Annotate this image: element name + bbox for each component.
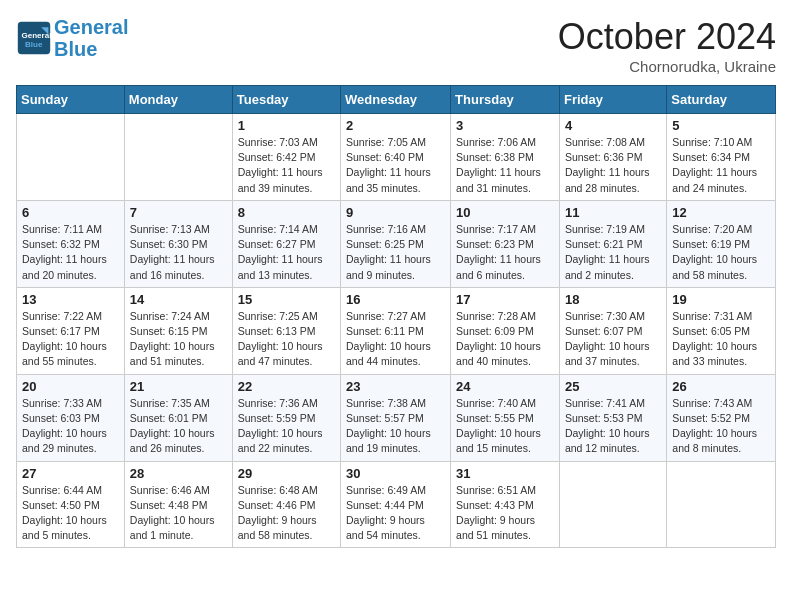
day-number: 22: [238, 379, 335, 394]
day-info: Sunrise: 7:10 AMSunset: 6:34 PMDaylight:…: [672, 135, 770, 196]
day-number: 17: [456, 292, 554, 307]
day-info: Sunrise: 7:36 AMSunset: 5:59 PMDaylight:…: [238, 396, 335, 457]
day-cell: 2Sunrise: 7:05 AMSunset: 6:40 PMDaylight…: [341, 114, 451, 201]
calendar-table: SundayMondayTuesdayWednesdayThursdayFrid…: [16, 85, 776, 548]
day-info: Sunrise: 7:41 AMSunset: 5:53 PMDaylight:…: [565, 396, 661, 457]
day-info: Sunrise: 7:27 AMSunset: 6:11 PMDaylight:…: [346, 309, 445, 370]
day-cell: 12Sunrise: 7:20 AMSunset: 6:19 PMDayligh…: [667, 200, 776, 287]
day-info: Sunrise: 6:48 AMSunset: 4:46 PMDaylight:…: [238, 483, 335, 544]
day-cell: 31Sunrise: 6:51 AMSunset: 4:43 PMDayligh…: [451, 461, 560, 548]
day-cell: 30Sunrise: 6:49 AMSunset: 4:44 PMDayligh…: [341, 461, 451, 548]
day-cell: 5Sunrise: 7:10 AMSunset: 6:34 PMDaylight…: [667, 114, 776, 201]
day-cell: [17, 114, 125, 201]
day-info: Sunrise: 7:06 AMSunset: 6:38 PMDaylight:…: [456, 135, 554, 196]
title-block: October 2024 Chornorudka, Ukraine: [558, 16, 776, 75]
day-info: Sunrise: 7:13 AMSunset: 6:30 PMDaylight:…: [130, 222, 227, 283]
day-cell: 18Sunrise: 7:30 AMSunset: 6:07 PMDayligh…: [559, 287, 666, 374]
day-cell: 14Sunrise: 7:24 AMSunset: 6:15 PMDayligh…: [124, 287, 232, 374]
day-number: 8: [238, 205, 335, 220]
day-number: 23: [346, 379, 445, 394]
day-cell: 6Sunrise: 7:11 AMSunset: 6:32 PMDaylight…: [17, 200, 125, 287]
day-number: 7: [130, 205, 227, 220]
day-cell: 21Sunrise: 7:35 AMSunset: 6:01 PMDayligh…: [124, 374, 232, 461]
day-info: Sunrise: 7:11 AMSunset: 6:32 PMDaylight:…: [22, 222, 119, 283]
day-info: Sunrise: 7:33 AMSunset: 6:03 PMDaylight:…: [22, 396, 119, 457]
day-cell: [124, 114, 232, 201]
day-cell: 8Sunrise: 7:14 AMSunset: 6:27 PMDaylight…: [232, 200, 340, 287]
day-info: Sunrise: 6:44 AMSunset: 4:50 PMDaylight:…: [22, 483, 119, 544]
day-number: 28: [130, 466, 227, 481]
month-title: October 2024: [558, 16, 776, 58]
day-info: Sunrise: 7:22 AMSunset: 6:17 PMDaylight:…: [22, 309, 119, 370]
week-row-4: 20Sunrise: 7:33 AMSunset: 6:03 PMDayligh…: [17, 374, 776, 461]
day-cell: 29Sunrise: 6:48 AMSunset: 4:46 PMDayligh…: [232, 461, 340, 548]
day-cell: 7Sunrise: 7:13 AMSunset: 6:30 PMDaylight…: [124, 200, 232, 287]
logo-text: GeneralBlue: [54, 16, 128, 60]
day-cell: 3Sunrise: 7:06 AMSunset: 6:38 PMDaylight…: [451, 114, 560, 201]
day-number: 24: [456, 379, 554, 394]
day-cell: 17Sunrise: 7:28 AMSunset: 6:09 PMDayligh…: [451, 287, 560, 374]
day-info: Sunrise: 6:51 AMSunset: 4:43 PMDaylight:…: [456, 483, 554, 544]
day-cell: 22Sunrise: 7:36 AMSunset: 5:59 PMDayligh…: [232, 374, 340, 461]
day-info: Sunrise: 6:46 AMSunset: 4:48 PMDaylight:…: [130, 483, 227, 544]
day-number: 29: [238, 466, 335, 481]
day-info: Sunrise: 7:08 AMSunset: 6:36 PMDaylight:…: [565, 135, 661, 196]
week-row-1: 1Sunrise: 7:03 AMSunset: 6:42 PMDaylight…: [17, 114, 776, 201]
day-number: 31: [456, 466, 554, 481]
day-number: 27: [22, 466, 119, 481]
day-info: Sunrise: 7:30 AMSunset: 6:07 PMDaylight:…: [565, 309, 661, 370]
day-info: Sunrise: 7:20 AMSunset: 6:19 PMDaylight:…: [672, 222, 770, 283]
day-cell: [667, 461, 776, 548]
day-number: 10: [456, 205, 554, 220]
day-cell: 1Sunrise: 7:03 AMSunset: 6:42 PMDaylight…: [232, 114, 340, 201]
day-info: Sunrise: 7:17 AMSunset: 6:23 PMDaylight:…: [456, 222, 554, 283]
day-info: Sunrise: 7:24 AMSunset: 6:15 PMDaylight:…: [130, 309, 227, 370]
day-info: Sunrise: 7:31 AMSunset: 6:05 PMDaylight:…: [672, 309, 770, 370]
week-row-3: 13Sunrise: 7:22 AMSunset: 6:17 PMDayligh…: [17, 287, 776, 374]
day-header-tuesday: Tuesday: [232, 86, 340, 114]
day-info: Sunrise: 7:19 AMSunset: 6:21 PMDaylight:…: [565, 222, 661, 283]
day-cell: 27Sunrise: 6:44 AMSunset: 4:50 PMDayligh…: [17, 461, 125, 548]
day-number: 15: [238, 292, 335, 307]
day-header-monday: Monday: [124, 86, 232, 114]
day-number: 20: [22, 379, 119, 394]
day-number: 2: [346, 118, 445, 133]
day-cell: 11Sunrise: 7:19 AMSunset: 6:21 PMDayligh…: [559, 200, 666, 287]
day-info: Sunrise: 7:14 AMSunset: 6:27 PMDaylight:…: [238, 222, 335, 283]
day-cell: 26Sunrise: 7:43 AMSunset: 5:52 PMDayligh…: [667, 374, 776, 461]
day-number: 14: [130, 292, 227, 307]
day-cell: 9Sunrise: 7:16 AMSunset: 6:25 PMDaylight…: [341, 200, 451, 287]
day-info: Sunrise: 6:49 AMSunset: 4:44 PMDaylight:…: [346, 483, 445, 544]
svg-text:Blue: Blue: [25, 40, 43, 49]
day-cell: 24Sunrise: 7:40 AMSunset: 5:55 PMDayligh…: [451, 374, 560, 461]
day-header-friday: Friday: [559, 86, 666, 114]
day-info: Sunrise: 7:38 AMSunset: 5:57 PMDaylight:…: [346, 396, 445, 457]
day-cell: 13Sunrise: 7:22 AMSunset: 6:17 PMDayligh…: [17, 287, 125, 374]
day-info: Sunrise: 7:40 AMSunset: 5:55 PMDaylight:…: [456, 396, 554, 457]
day-info: Sunrise: 7:03 AMSunset: 6:42 PMDaylight:…: [238, 135, 335, 196]
day-number: 30: [346, 466, 445, 481]
day-number: 13: [22, 292, 119, 307]
day-info: Sunrise: 7:43 AMSunset: 5:52 PMDaylight:…: [672, 396, 770, 457]
day-info: Sunrise: 7:25 AMSunset: 6:13 PMDaylight:…: [238, 309, 335, 370]
day-number: 3: [456, 118, 554, 133]
day-number: 12: [672, 205, 770, 220]
day-info: Sunrise: 7:28 AMSunset: 6:09 PMDaylight:…: [456, 309, 554, 370]
day-number: 1: [238, 118, 335, 133]
page-header: General Blue GeneralBlue October 2024 Ch…: [16, 16, 776, 75]
day-number: 18: [565, 292, 661, 307]
header-row: SundayMondayTuesdayWednesdayThursdayFrid…: [17, 86, 776, 114]
location-subtitle: Chornorudka, Ukraine: [558, 58, 776, 75]
day-number: 6: [22, 205, 119, 220]
week-row-2: 6Sunrise: 7:11 AMSunset: 6:32 PMDaylight…: [17, 200, 776, 287]
day-number: 9: [346, 205, 445, 220]
day-number: 21: [130, 379, 227, 394]
day-header-sunday: Sunday: [17, 86, 125, 114]
logo: General Blue GeneralBlue: [16, 16, 128, 60]
day-cell: [559, 461, 666, 548]
day-number: 5: [672, 118, 770, 133]
day-number: 26: [672, 379, 770, 394]
day-info: Sunrise: 7:05 AMSunset: 6:40 PMDaylight:…: [346, 135, 445, 196]
day-header-thursday: Thursday: [451, 86, 560, 114]
day-cell: 20Sunrise: 7:33 AMSunset: 6:03 PMDayligh…: [17, 374, 125, 461]
